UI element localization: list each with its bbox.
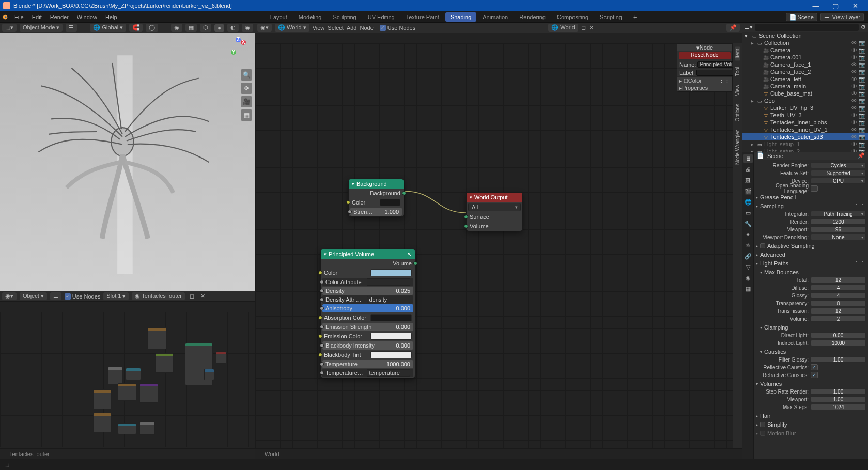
panel-max-bounces[interactable]: ▾Max Bounces: [760, 269, 866, 276]
panel-volumes[interactable]: ▾Volumes: [756, 380, 866, 387]
tab-object[interactable]: ▭: [743, 208, 753, 217]
menu-window[interactable]: Window: [73, 11, 101, 22]
outliner-display-mode[interactable]: ☰▾: [745, 24, 753, 30]
outliner-item-camera-face-1[interactable]: Camera_face_1👁📷: [742, 61, 868, 68]
panel-hair[interactable]: ▸Hair: [756, 412, 866, 419]
npanel-tab-options[interactable]: Options: [735, 102, 740, 123]
zoom-tool-icon[interactable]: 🔍: [241, 69, 252, 81]
tab-texture[interactable]: ▦: [743, 284, 753, 293]
osl-checkbox[interactable]: [811, 185, 818, 192]
orientation-selector[interactable]: 🌐 Global ▾: [90, 24, 126, 32]
viewport-samples[interactable]: 96: [811, 226, 866, 232]
outliner-item-tentacles-inner-blobs[interactable]: Tentacles_inner_blobs👁📷: [742, 119, 868, 126]
tab-viewlayer[interactable]: 🖼: [743, 176, 753, 185]
shading-solid[interactable]: ●: [214, 24, 224, 32]
world-unlink-button[interactable]: ✕: [589, 24, 594, 31]
outliner-item-tentacles-inner-uv-1[interactable]: Tentacles_inner_UV_1👁📷: [742, 126, 868, 133]
tab-data[interactable]: ▽: [743, 262, 753, 272]
shading-matprev[interactable]: ◐: [227, 24, 239, 32]
world-node-editor[interactable]: ▾Background Background Color Strength1.0…: [255, 33, 742, 459]
reflective-caustics[interactable]: [811, 364, 818, 370]
node-world-output[interactable]: ▾World Output All Surface Volume: [466, 192, 523, 231]
device-select[interactable]: CPU: [811, 178, 866, 184]
shading-wireframe[interactable]: ⬡: [200, 24, 211, 32]
workspace-tab-layout[interactable]: Layout: [265, 12, 292, 22]
workspace-tab-shading[interactable]: Shading: [445, 12, 476, 22]
world-output-target[interactable]: All: [468, 203, 521, 211]
pv-blackbody-tint[interactable]: Blackbody Tint: [321, 350, 415, 359]
overlays-toggle[interactable]: ◉: [171, 24, 182, 32]
nav-gizmo[interactable]: X Y Z: [228, 37, 248, 58]
menu-file[interactable]: File: [10, 11, 28, 22]
outliner-filter-icon[interactable]: ⚙: [861, 24, 866, 30]
panel-motion-blur[interactable]: ▸Motion Blur: [756, 430, 866, 437]
editor-type-shader[interactable]: ◉▾: [2, 292, 17, 300]
pv-absorption-color[interactable]: Absorption Color: [321, 313, 415, 322]
refractive-caustics[interactable]: [811, 372, 818, 378]
viewport-denoise[interactable]: None: [811, 234, 866, 240]
render-samples[interactable]: 1200: [811, 218, 866, 225]
shader-menu-view[interactable]: View: [313, 25, 325, 31]
world-selector[interactable]: 🌐 World: [548, 24, 578, 32]
panel-sampling[interactable]: ▾Sampling⋮⋮: [756, 202, 866, 210]
close-button[interactable]: ✕: [845, 2, 865, 10]
render-engine-select[interactable]: Cycles: [811, 162, 866, 168]
viewport-menu-icon[interactable]: ☰: [66, 24, 77, 32]
shader-menu-select[interactable]: Select: [328, 25, 344, 31]
npanel-tab-item[interactable]: Item: [735, 46, 740, 60]
outliner-search[interactable]: [755, 24, 859, 31]
panel-simplify[interactable]: ▸Simplify: [756, 421, 866, 428]
blender-logo-icon[interactable]: [0, 11, 10, 22]
properties-pin-icon[interactable]: 📌: [858, 152, 865, 159]
shader-type-world[interactable]: 🌐 World ▾: [275, 24, 309, 32]
mat-unlink-button[interactable]: ✕: [199, 293, 207, 300]
tab-material[interactable]: ◉: [743, 273, 753, 283]
mat-menu-icon[interactable]: ☰: [50, 292, 61, 300]
shader-menu-node[interactable]: Node: [360, 25, 373, 31]
outliner-item-collection[interactable]: ▸Collection👁📷: [742, 39, 868, 46]
workspace-tab-compositing[interactable]: Compositing: [552, 12, 594, 22]
proportional-edit[interactable]: ◯: [146, 24, 158, 32]
camera-view-icon[interactable]: 🎥: [241, 96, 252, 107]
filter-glossy[interactable]: 1.00: [811, 356, 866, 363]
xray-toggle[interactable]: ▦: [185, 24, 197, 32]
outliner-item-camera-001[interactable]: Camera.001👁📷: [742, 54, 868, 61]
tab-output[interactable]: 🖨: [743, 165, 753, 174]
3d-viewport[interactable]: X Y Z 🔍 ✥ 🎥 ▦: [0, 33, 255, 291]
shading-rendered[interactable]: ◉: [242, 24, 253, 32]
pv-emission-color[interactable]: Emission Color: [321, 332, 415, 341]
workspace-tab-animation[interactable]: Animation: [477, 12, 513, 22]
viewlayer-selector[interactable]: ☰View Layer: [820, 13, 864, 21]
outliner-item-tentacles-outer-sd3[interactable]: Tentacles_outer_sd3👁📷: [742, 133, 868, 140]
perspective-toggle-icon[interactable]: ▦: [241, 109, 252, 121]
workspace-tab-sculpting[interactable]: Sculpting: [328, 12, 361, 22]
menu-edit[interactable]: Edit: [28, 11, 46, 22]
scene-selector[interactable]: 📄Scene: [786, 13, 817, 21]
menu-help[interactable]: Help: [101, 11, 121, 22]
outliner-item-camera-face-2[interactable]: Camera_face_2👁📷: [742, 68, 868, 75]
reset-node-button[interactable]: Reset Node: [679, 52, 731, 59]
shader-type-object[interactable]: Object ▾: [20, 292, 47, 300]
workspace-tab-uv-editing[interactable]: UV Editing: [363, 12, 400, 22]
mat-new-button[interactable]: ◻: [188, 293, 196, 300]
npanel-tab-nodewrangler[interactable]: Node Wrangler: [735, 128, 740, 167]
editor-type-3dview[interactable]: ⬚▾: [2, 24, 17, 32]
tab-world[interactable]: 🌐: [743, 197, 753, 207]
world-new-button[interactable]: ◻: [581, 24, 586, 31]
maximize-button[interactable]: ▢: [826, 2, 845, 10]
feature-set-select[interactable]: Supported: [811, 170, 866, 176]
pv-emission-strength[interactable]: Emission Strength0.000: [322, 323, 413, 331]
outliner-item-cube-base-mat[interactable]: Cube_base_mat👁📷: [742, 90, 868, 97]
outliner-item-light-setup-2[interactable]: ▸Light_setup_2👁📷: [742, 148, 868, 152]
tab-constraints[interactable]: 🔗: [743, 252, 753, 261]
panel-caustics[interactable]: ▾Caustics: [760, 348, 866, 355]
npanel-tab-tool[interactable]: Tool: [735, 65, 740, 78]
integrator-select[interactable]: Path Tracing: [811, 211, 866, 217]
node-principled-volume[interactable]: ▾Principled Volume↖ Volume ColorColor At…: [320, 249, 415, 378]
workspace-tab-rendering[interactable]: Rendering: [514, 12, 551, 22]
pv-blackbody-intensity[interactable]: Blackbody Intensity0.000: [322, 341, 413, 350]
panel-grease-pencil[interactable]: ▸Grease Pencil: [756, 194, 866, 201]
menu-render[interactable]: Render: [46, 11, 73, 22]
tab-scene[interactable]: 🎬: [743, 186, 753, 196]
minimize-button[interactable]: —: [806, 2, 826, 10]
